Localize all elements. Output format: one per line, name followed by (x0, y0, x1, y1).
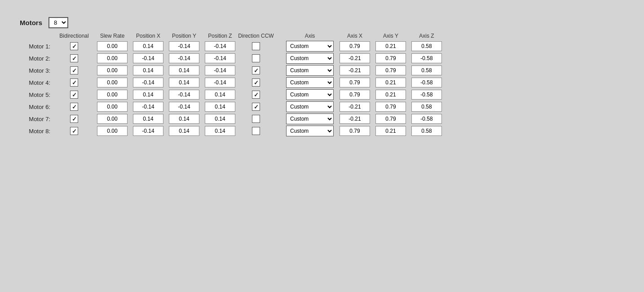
axis-y-input-6[interactable] (375, 102, 406, 112)
bidirectional-checkbox-6[interactable] (70, 103, 78, 111)
axis-y-input-5[interactable] (375, 90, 406, 100)
axis-select-3[interactable]: CustomXYZ-X-Y-Z (286, 65, 334, 76)
pos-y-input-3[interactable] (169, 65, 199, 75)
pos-z-cell-1 (202, 41, 238, 51)
slew-rate-cell-5 (94, 90, 130, 100)
ccw-checkbox-7[interactable] (252, 115, 260, 123)
axis-z-input-7[interactable] (411, 114, 442, 124)
slew-rate-input-3[interactable] (97, 65, 128, 75)
axis-x-input-1[interactable] (340, 41, 370, 51)
pos-z-input-8[interactable] (205, 126, 235, 136)
motor-row-6: Motor 6:CustomXYZ-X-Y-Z (20, 101, 624, 112)
pos-x-input-6[interactable] (133, 102, 163, 112)
bidirectional-checkbox-4[interactable] (70, 78, 78, 87)
axis-y-input-2[interactable] (375, 53, 406, 63)
pos-y-input-1[interactable] (169, 41, 199, 51)
axis-z-input-2[interactable] (411, 53, 442, 63)
axis-x-input-6[interactable] (340, 102, 370, 112)
axis-y-input-7[interactable] (375, 114, 406, 124)
axis-x-input-3[interactable] (340, 65, 370, 75)
pos-z-cell-5 (202, 90, 238, 100)
ccw-checkbox-8[interactable] (252, 127, 260, 135)
pos-z-input-3[interactable] (205, 65, 235, 75)
ccw-checkbox-6[interactable] (252, 103, 260, 111)
pos-x-input-5[interactable] (133, 90, 163, 100)
pos-z-input-6[interactable] (205, 102, 235, 112)
axis-select-4[interactable]: CustomXYZ-X-Y-Z (286, 77, 334, 88)
axis-x-cell-8 (337, 126, 373, 136)
axis-z-input-4[interactable] (411, 78, 442, 87)
pos-x-input-3[interactable] (133, 65, 163, 75)
slew-rate-input-4[interactable] (97, 78, 128, 87)
axis-y-cell-2 (373, 53, 409, 63)
pos-y-input-6[interactable] (169, 102, 199, 112)
ccw-cell-3 (238, 66, 274, 74)
pos-y-input-4[interactable] (169, 78, 199, 87)
pos-z-input-4[interactable] (205, 78, 235, 87)
pos-y-input-2[interactable] (169, 53, 199, 63)
pos-x-input-1[interactable] (133, 41, 163, 51)
pos-x-cell-1 (130, 41, 166, 51)
axis-x-input-5[interactable] (340, 90, 370, 100)
pos-x-input-8[interactable] (133, 126, 163, 136)
axis-y-input-3[interactable] (375, 65, 406, 75)
bidirectional-checkbox-5[interactable] (70, 91, 78, 99)
axis-z-input-8[interactable] (411, 126, 442, 136)
col-position-y: Position Y (166, 33, 202, 39)
axis-cell-4: CustomXYZ-X-Y-Z (283, 77, 337, 88)
slew-rate-input-8[interactable] (97, 126, 128, 136)
axis-select-2[interactable]: CustomXYZ-X-Y-Z (286, 53, 334, 64)
axis-y-cell-7 (373, 114, 409, 124)
ccw-checkbox-1[interactable] (252, 42, 260, 50)
slew-rate-input-6[interactable] (97, 102, 128, 112)
axis-select-8[interactable]: CustomXYZ-X-Y-Z (286, 126, 334, 136)
bidirectional-checkbox-1[interactable] (70, 42, 78, 50)
axis-x-input-8[interactable] (340, 126, 370, 136)
pos-x-input-7[interactable] (133, 114, 163, 124)
bidirectional-checkbox-2[interactable] (70, 54, 78, 62)
axis-z-input-6[interactable] (411, 102, 442, 112)
slew-rate-input-7[interactable] (97, 114, 128, 124)
axis-x-input-2[interactable] (340, 53, 370, 63)
bidirectional-checkbox-3[interactable] (70, 66, 78, 74)
bidirectional-checkbox-8[interactable] (70, 127, 78, 135)
axis-y-input-4[interactable] (375, 78, 406, 87)
pos-z-input-5[interactable] (205, 90, 235, 100)
motor-label-2: Motor 2: (22, 55, 54, 62)
axis-z-input-5[interactable] (411, 90, 442, 100)
motors-label: Motors (20, 19, 42, 26)
pos-z-input-7[interactable] (205, 114, 235, 124)
axis-x-input-7[interactable] (340, 114, 370, 124)
bidirectional-cell-8 (54, 127, 94, 135)
ccw-checkbox-3[interactable] (252, 66, 260, 74)
ccw-checkbox-5[interactable] (252, 91, 260, 99)
pos-z-input-2[interactable] (205, 53, 235, 63)
pos-y-cell-2 (166, 53, 202, 63)
slew-rate-input-2[interactable] (97, 53, 128, 63)
axis-select-1[interactable]: CustomXYZ-X-Y-Z (286, 41, 334, 52)
bidirectional-checkbox-7[interactable] (70, 115, 78, 123)
pos-y-input-7[interactable] (169, 114, 199, 124)
pos-x-input-4[interactable] (133, 78, 163, 87)
axis-y-cell-8 (373, 126, 409, 136)
pos-z-input-1[interactable] (205, 41, 235, 51)
axis-y-input-1[interactable] (375, 41, 406, 51)
axis-z-input-1[interactable] (411, 41, 442, 51)
axis-cell-3: CustomXYZ-X-Y-Z (283, 65, 337, 76)
pos-x-input-2[interactable] (133, 53, 163, 63)
ccw-checkbox-4[interactable] (252, 78, 260, 87)
slew-rate-input-5[interactable] (97, 90, 128, 100)
axis-select-5[interactable]: CustomXYZ-X-Y-Z (286, 89, 334, 100)
axis-x-input-4[interactable] (340, 78, 370, 87)
pos-y-input-5[interactable] (169, 90, 199, 100)
slew-rate-input-1[interactable] (97, 41, 128, 51)
axis-select-6[interactable]: CustomXYZ-X-Y-Z (286, 101, 334, 112)
axis-select-7[interactable]: CustomXYZ-X-Y-Z (286, 113, 334, 124)
pos-y-input-8[interactable] (169, 126, 199, 136)
motor-rows-container: Motor 1:CustomXYZ-X-Y-ZMotor 2:CustomXYZ… (20, 41, 624, 136)
axis-z-input-3[interactable] (411, 65, 442, 75)
pos-z-cell-4 (202, 78, 238, 87)
motors-count-select[interactable]: 8 1 2 3 4 5 6 7 (49, 17, 68, 28)
ccw-checkbox-2[interactable] (252, 54, 260, 62)
axis-y-input-8[interactable] (375, 126, 406, 136)
